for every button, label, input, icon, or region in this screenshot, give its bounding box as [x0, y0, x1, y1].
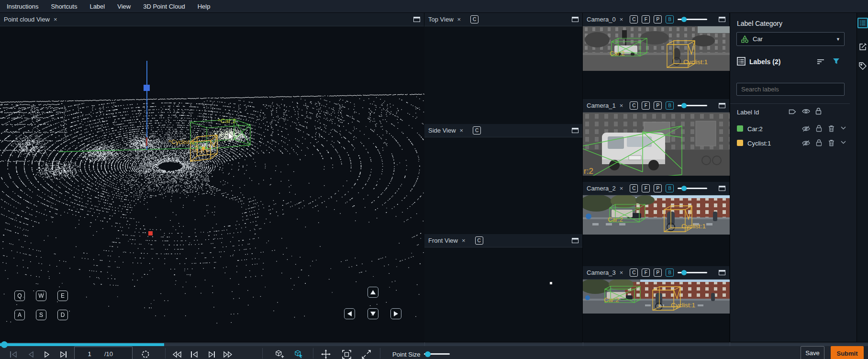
center-view-button[interactable]: C — [475, 236, 483, 245]
hotkey-e[interactable]: E — [57, 291, 68, 301]
menu-help[interactable]: Help — [198, 3, 211, 10]
add-cuboid-icon[interactable] — [275, 349, 285, 359]
edit-cuboid-icon[interactable] — [294, 349, 304, 359]
center-view-button[interactable]: C — [470, 15, 479, 23]
camera-3-image[interactable]: Car:2 Cyclist:1 — [583, 280, 730, 314]
close-icon[interactable]: × — [460, 127, 464, 134]
close-icon[interactable]: × — [620, 102, 623, 109]
visibility-off-icon[interactable] — [802, 125, 810, 132]
skip-forward-button[interactable] — [207, 349, 216, 359]
menu-label[interactable]: Label — [89, 3, 105, 10]
label-row-car[interactable]: Car:2 — [730, 122, 850, 135]
camera-p-button[interactable]: P — [654, 184, 662, 192]
close-icon[interactable]: × — [54, 16, 57, 22]
lock-icon[interactable] — [816, 139, 822, 146]
menu-3d-point-cloud[interactable]: 3D Point Cloud — [143, 3, 185, 10]
fullscreen-icon[interactable] — [361, 349, 371, 359]
tag-panel-tab-icon[interactable] — [858, 62, 867, 70]
skip-back-button[interactable] — [189, 349, 199, 359]
camera-b-button[interactable]: B — [666, 101, 674, 110]
camera-p-button[interactable]: P — [654, 101, 662, 110]
hotkey-s[interactable]: S — [36, 310, 46, 320]
camera-c-button[interactable]: C — [630, 269, 638, 277]
maximize-icon[interactable] — [413, 17, 420, 22]
camera-f-button[interactable]: F — [642, 269, 650, 277]
maximize-icon[interactable] — [572, 128, 579, 133]
fast-forward-button[interactable] — [223, 349, 233, 359]
camera-c-button[interactable]: C — [630, 184, 638, 192]
point-size-slider[interactable] — [424, 353, 450, 355]
loop-playback-icon[interactable] — [141, 349, 150, 359]
camera-f-button[interactable]: F — [642, 15, 650, 23]
close-icon[interactable]: × — [620, 269, 623, 276]
camera-b-button[interactable]: B — [666, 269, 674, 277]
camera-b-button[interactable]: B — [666, 184, 674, 192]
submit-button[interactable]: Submit — [831, 346, 864, 359]
sort-icon[interactable] — [817, 59, 825, 65]
hotkey-w[interactable]: W — [36, 291, 46, 301]
hotkey-q[interactable]: Q — [14, 291, 25, 301]
pan-down-button[interactable] — [367, 308, 378, 319]
camera-f-button[interactable]: F — [642, 184, 650, 192]
move-tool-icon[interactable] — [321, 349, 331, 359]
camera-opacity-slider[interactable] — [678, 188, 707, 189]
previous-frame-button[interactable] — [26, 349, 35, 359]
edit-panel-tab-icon[interactable] — [858, 43, 867, 51]
close-icon[interactable]: × — [462, 237, 466, 244]
menu-shortcuts[interactable]: Shortcuts — [51, 3, 77, 10]
trash-icon[interactable] — [828, 125, 835, 132]
chevron-down-icon[interactable] — [841, 141, 846, 144]
pan-left-button[interactable] — [344, 308, 355, 319]
save-button[interactable]: Save — [801, 346, 824, 359]
maximize-icon[interactable] — [719, 186, 725, 191]
pan-right-button[interactable] — [390, 308, 401, 319]
camera-p-button[interactable]: P — [654, 269, 662, 277]
first-frame-button[interactable] — [9, 349, 18, 359]
eye-column-icon[interactable] — [802, 108, 810, 114]
camera-opacity-slider[interactable] — [678, 272, 707, 273]
center-view-button[interactable]: C — [473, 126, 481, 135]
visibility-off-icon[interactable] — [802, 140, 810, 146]
hotkey-a[interactable]: A — [14, 310, 25, 320]
chevron-down-icon[interactable] — [841, 126, 846, 130]
axis-handle-square[interactable] — [144, 85, 150, 91]
camera-opacity-slider[interactable] — [678, 105, 707, 106]
camera-0-image[interactable]: Car:2 Cyclist:1 — [583, 26, 730, 71]
camera-f-button[interactable]: F — [642, 101, 650, 110]
close-icon[interactable]: × — [620, 185, 623, 191]
maximize-icon[interactable] — [719, 270, 725, 275]
filter-icon[interactable] — [833, 58, 840, 65]
camera-opacity-slider[interactable] — [678, 19, 707, 20]
pan-up-button[interactable] — [367, 287, 378, 298]
maximize-icon[interactable] — [572, 238, 579, 243]
menu-view[interactable]: View — [117, 3, 131, 10]
frame-progress-track[interactable] — [0, 343, 868, 346]
play-button[interactable] — [42, 349, 52, 359]
search-labels-input[interactable] — [737, 86, 844, 93]
close-icon[interactable]: × — [620, 16, 623, 22]
lock-icon[interactable] — [816, 125, 822, 132]
camera-c-button[interactable]: C — [630, 101, 638, 110]
label-category-dropdown[interactable]: Car ▼ — [736, 32, 845, 46]
point-size-slider-handle[interactable] — [425, 351, 431, 357]
lock-column-icon[interactable] — [815, 108, 822, 115]
label-row-cyclist[interactable]: Cyclist:1 — [730, 136, 850, 150]
trash-icon[interactable] — [828, 139, 835, 146]
camera-c-button[interactable]: C — [630, 15, 638, 23]
camera-b-button[interactable]: B — [666, 15, 674, 23]
rewind-button[interactable] — [172, 349, 182, 359]
labels-panel-tab-icon[interactable] — [857, 18, 868, 28]
close-icon[interactable]: × — [457, 16, 461, 22]
fit-view-icon[interactable] — [342, 349, 351, 359]
tag-column-icon[interactable] — [789, 109, 796, 115]
camera-p-button[interactable]: P — [654, 15, 662, 23]
maximize-icon[interactable] — [572, 17, 579, 22]
hotkey-d[interactable]: D — [57, 310, 68, 320]
maximize-icon[interactable] — [719, 17, 725, 22]
camera-2-image[interactable]: Car:2 Cyclist:1 — [583, 195, 730, 235]
camera-1-image[interactable]: r:2 — [583, 112, 730, 176]
maximize-icon[interactable] — [719, 103, 725, 108]
frame-progress-handle[interactable] — [1, 341, 8, 348]
menu-instructions[interactable]: Instructions — [7, 3, 38, 10]
frame-number-input[interactable] — [75, 350, 104, 358]
